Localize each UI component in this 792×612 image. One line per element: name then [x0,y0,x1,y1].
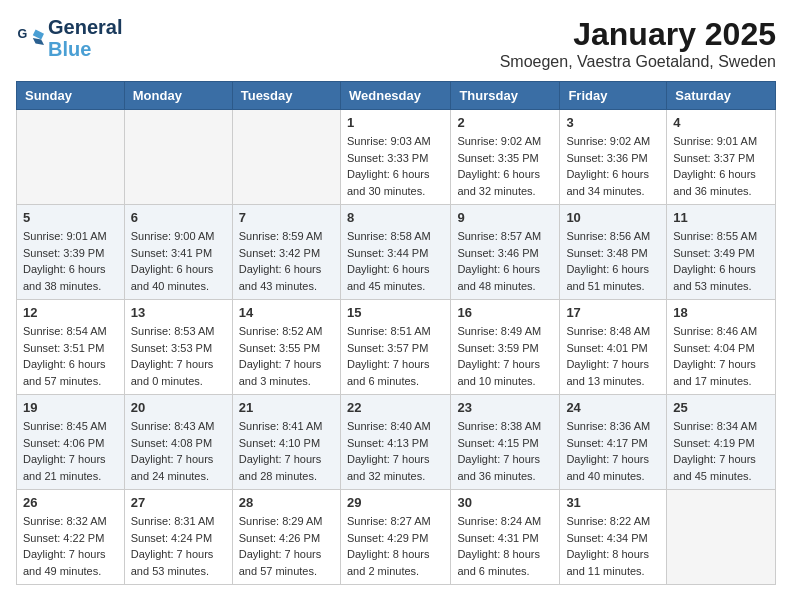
calendar-cell: 16Sunrise: 8:49 AM Sunset: 3:59 PM Dayli… [451,300,560,395]
day-info: Sunrise: 8:53 AM Sunset: 3:53 PM Dayligh… [131,323,226,389]
day-number: 14 [239,305,334,320]
day-number: 7 [239,210,334,225]
day-number: 10 [566,210,660,225]
day-info: Sunrise: 9:01 AM Sunset: 3:39 PM Dayligh… [23,228,118,294]
calendar-cell: 13Sunrise: 8:53 AM Sunset: 3:53 PM Dayli… [124,300,232,395]
calendar-cell: 21Sunrise: 8:41 AM Sunset: 4:10 PM Dayli… [232,395,340,490]
calendar-cell [124,110,232,205]
calendar-week-row: 26Sunrise: 8:32 AM Sunset: 4:22 PM Dayli… [17,490,776,585]
calendar-week-row: 12Sunrise: 8:54 AM Sunset: 3:51 PM Dayli… [17,300,776,395]
day-number: 9 [457,210,553,225]
day-info: Sunrise: 8:29 AM Sunset: 4:26 PM Dayligh… [239,513,334,579]
calendar-cell: 22Sunrise: 8:40 AM Sunset: 4:13 PM Dayli… [340,395,450,490]
day-info: Sunrise: 9:02 AM Sunset: 3:36 PM Dayligh… [566,133,660,199]
calendar-cell: 24Sunrise: 8:36 AM Sunset: 4:17 PM Dayli… [560,395,667,490]
day-number: 26 [23,495,118,510]
calendar-cell: 15Sunrise: 8:51 AM Sunset: 3:57 PM Dayli… [340,300,450,395]
calendar-cell: 12Sunrise: 8:54 AM Sunset: 3:51 PM Dayli… [17,300,125,395]
day-number: 21 [239,400,334,415]
calendar-header-row: SundayMondayTuesdayWednesdayThursdayFrid… [17,82,776,110]
day-info: Sunrise: 8:48 AM Sunset: 4:01 PM Dayligh… [566,323,660,389]
weekday-header-tuesday: Tuesday [232,82,340,110]
day-number: 24 [566,400,660,415]
day-info: Sunrise: 9:00 AM Sunset: 3:41 PM Dayligh… [131,228,226,294]
calendar-cell: 2Sunrise: 9:02 AM Sunset: 3:35 PM Daylig… [451,110,560,205]
day-info: Sunrise: 8:51 AM Sunset: 3:57 PM Dayligh… [347,323,444,389]
day-info: Sunrise: 8:55 AM Sunset: 3:49 PM Dayligh… [673,228,769,294]
day-number: 8 [347,210,444,225]
svg-marker-1 [33,30,44,40]
day-info: Sunrise: 8:38 AM Sunset: 4:15 PM Dayligh… [457,418,553,484]
location-subtitle: Smoegen, Vaestra Goetaland, Sweden [500,53,776,71]
day-info: Sunrise: 8:58 AM Sunset: 3:44 PM Dayligh… [347,228,444,294]
weekday-header-monday: Monday [124,82,232,110]
page-header: G General Blue January 2025 Smoegen, Vae… [16,16,776,71]
day-number: 17 [566,305,660,320]
day-info: Sunrise: 9:03 AM Sunset: 3:33 PM Dayligh… [347,133,444,199]
calendar-week-row: 1Sunrise: 9:03 AM Sunset: 3:33 PM Daylig… [17,110,776,205]
calendar-cell: 1Sunrise: 9:03 AM Sunset: 3:33 PM Daylig… [340,110,450,205]
weekday-header-friday: Friday [560,82,667,110]
calendar-cell: 9Sunrise: 8:57 AM Sunset: 3:46 PM Daylig… [451,205,560,300]
weekday-header-saturday: Saturday [667,82,776,110]
day-info: Sunrise: 9:01 AM Sunset: 3:37 PM Dayligh… [673,133,769,199]
day-number: 5 [23,210,118,225]
day-number: 15 [347,305,444,320]
day-info: Sunrise: 8:31 AM Sunset: 4:24 PM Dayligh… [131,513,226,579]
calendar-cell: 31Sunrise: 8:22 AM Sunset: 4:34 PM Dayli… [560,490,667,585]
day-number: 23 [457,400,553,415]
day-number: 30 [457,495,553,510]
day-info: Sunrise: 8:34 AM Sunset: 4:19 PM Dayligh… [673,418,769,484]
day-info: Sunrise: 8:32 AM Sunset: 4:22 PM Dayligh… [23,513,118,579]
calendar-cell: 30Sunrise: 8:24 AM Sunset: 4:31 PM Dayli… [451,490,560,585]
day-number: 11 [673,210,769,225]
calendar-cell: 25Sunrise: 8:34 AM Sunset: 4:19 PM Dayli… [667,395,776,490]
day-info: Sunrise: 8:27 AM Sunset: 4:29 PM Dayligh… [347,513,444,579]
day-number: 16 [457,305,553,320]
calendar-cell: 20Sunrise: 8:43 AM Sunset: 4:08 PM Dayli… [124,395,232,490]
day-info: Sunrise: 8:41 AM Sunset: 4:10 PM Dayligh… [239,418,334,484]
calendar-cell: 11Sunrise: 8:55 AM Sunset: 3:49 PM Dayli… [667,205,776,300]
calendar-cell: 8Sunrise: 8:58 AM Sunset: 3:44 PM Daylig… [340,205,450,300]
day-number: 4 [673,115,769,130]
day-info: Sunrise: 8:52 AM Sunset: 3:55 PM Dayligh… [239,323,334,389]
weekday-header-sunday: Sunday [17,82,125,110]
calendar-cell [17,110,125,205]
calendar-cell: 27Sunrise: 8:31 AM Sunset: 4:24 PM Dayli… [124,490,232,585]
day-number: 3 [566,115,660,130]
day-number: 25 [673,400,769,415]
calendar-cell [232,110,340,205]
calendar-table: SundayMondayTuesdayWednesdayThursdayFrid… [16,81,776,585]
logo-icon: G [16,24,44,52]
day-info: Sunrise: 8:43 AM Sunset: 4:08 PM Dayligh… [131,418,226,484]
day-info: Sunrise: 9:02 AM Sunset: 3:35 PM Dayligh… [457,133,553,199]
calendar-cell: 17Sunrise: 8:48 AM Sunset: 4:01 PM Dayli… [560,300,667,395]
calendar-cell: 19Sunrise: 8:45 AM Sunset: 4:06 PM Dayli… [17,395,125,490]
day-info: Sunrise: 8:46 AM Sunset: 4:04 PM Dayligh… [673,323,769,389]
day-number: 18 [673,305,769,320]
day-number: 13 [131,305,226,320]
day-number: 22 [347,400,444,415]
day-number: 1 [347,115,444,130]
month-title: January 2025 [500,16,776,53]
svg-marker-2 [33,38,44,45]
day-number: 19 [23,400,118,415]
calendar-week-row: 19Sunrise: 8:45 AM Sunset: 4:06 PM Dayli… [17,395,776,490]
logo-blue: Blue [48,38,122,60]
calendar-cell: 5Sunrise: 9:01 AM Sunset: 3:39 PM Daylig… [17,205,125,300]
day-number: 27 [131,495,226,510]
calendar-cell: 4Sunrise: 9:01 AM Sunset: 3:37 PM Daylig… [667,110,776,205]
calendar-cell: 7Sunrise: 8:59 AM Sunset: 3:42 PM Daylig… [232,205,340,300]
day-info: Sunrise: 8:45 AM Sunset: 4:06 PM Dayligh… [23,418,118,484]
day-number: 28 [239,495,334,510]
day-info: Sunrise: 8:59 AM Sunset: 3:42 PM Dayligh… [239,228,334,294]
day-number: 12 [23,305,118,320]
day-number: 20 [131,400,226,415]
day-number: 6 [131,210,226,225]
calendar-cell: 26Sunrise: 8:32 AM Sunset: 4:22 PM Dayli… [17,490,125,585]
svg-text:G: G [17,27,27,41]
calendar-cell: 23Sunrise: 8:38 AM Sunset: 4:15 PM Dayli… [451,395,560,490]
title-block: January 2025 Smoegen, Vaestra Goetaland,… [500,16,776,71]
calendar-cell: 18Sunrise: 8:46 AM Sunset: 4:04 PM Dayli… [667,300,776,395]
calendar-cell: 28Sunrise: 8:29 AM Sunset: 4:26 PM Dayli… [232,490,340,585]
